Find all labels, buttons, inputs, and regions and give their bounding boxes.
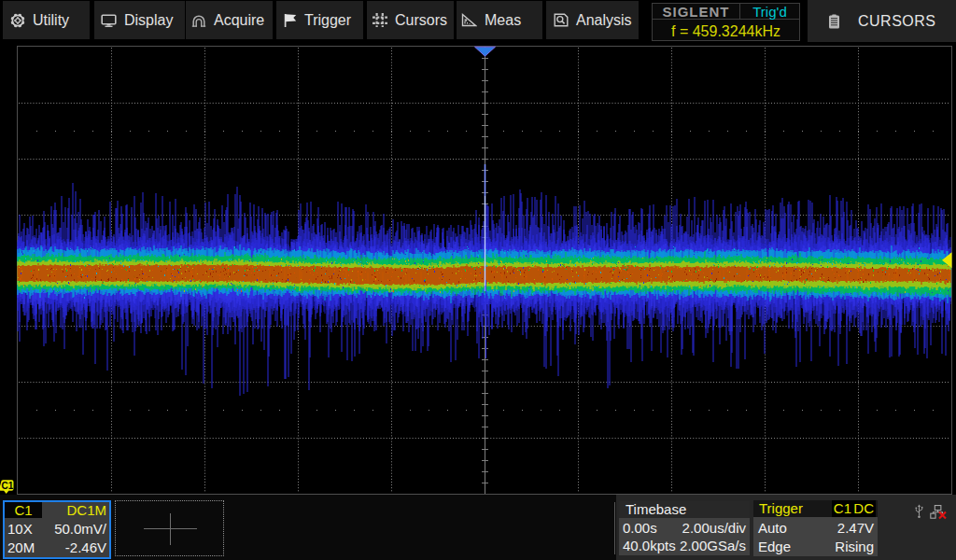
svg-text:C1: C1 xyxy=(2,481,14,491)
